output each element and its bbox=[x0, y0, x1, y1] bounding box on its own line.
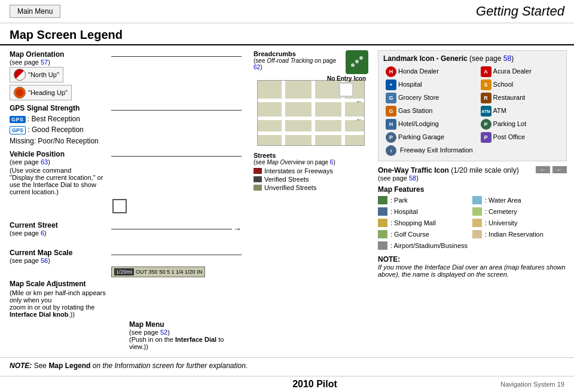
honda-dealer-icon: H bbox=[386, 66, 396, 77]
landmark-header: Landmark Icon - Generic (see page 58) bbox=[383, 54, 561, 63]
unverified-label: Unverified Streets bbox=[264, 184, 316, 191]
feature-hospital: : Hospital bbox=[378, 207, 472, 216]
current-street-sublabel: (see page 6) bbox=[10, 229, 111, 237]
gps-good-label: : Good Reception bbox=[28, 125, 83, 134]
landmark-cell-acura: AAcura Dealer bbox=[478, 65, 561, 78]
verified-label: Verified Streets bbox=[264, 176, 309, 183]
gps-good: GPS : Good Reception bbox=[10, 125, 111, 134]
one-way-label: One-Way Traffic Icon (1/20 mile scale on… bbox=[378, 166, 530, 174]
current-map-scale-page[interactable]: 56 bbox=[41, 257, 48, 264]
landmark-row-2: +Hospital SSchool bbox=[383, 78, 561, 91]
map-menu-label: Map Menu bbox=[129, 320, 164, 329]
grocery-store-icon: G bbox=[386, 93, 396, 103]
gas-station-icon: G bbox=[386, 106, 396, 117]
landmark-cell-post: PPost Office bbox=[478, 131, 561, 144]
map-scale-adj-label: Map Scale Adjustment bbox=[10, 280, 86, 288]
middle-panel: Breadcrumbs (see Off-road Tracking on pa… bbox=[251, 45, 371, 355]
landmark-header-page: (see page 58) bbox=[469, 54, 514, 63]
streets-sublabel: (see Map Overview on page 6) bbox=[254, 159, 368, 166]
landmark-cell-school: SSchool bbox=[478, 78, 561, 91]
one-way-desc: (1/20 mile scale only) bbox=[451, 166, 518, 174]
vehicle-pos-sublabel: (see page 63) bbox=[10, 158, 111, 166]
one-way-page[interactable]: 58 bbox=[409, 174, 416, 182]
acura-dealer-icon: A bbox=[481, 66, 491, 77]
map-menu-page[interactable]: 52 bbox=[160, 329, 167, 336]
left-panel: Map Orientation (see page 57) "North Up"… bbox=[0, 45, 251, 355]
landmark-cell-honda: HHonda Dealer bbox=[383, 65, 478, 78]
map-features-section: Map Features : Park : Water Area : Hospi… bbox=[378, 185, 567, 252]
heading-compass-icon bbox=[14, 87, 26, 99]
breadcrumbs-svg bbox=[348, 53, 366, 71]
feature-cemetery: : Cemetery bbox=[472, 207, 567, 216]
landmark-page-link[interactable]: 58 bbox=[503, 54, 511, 63]
scale-bar: 1/20mi OUT 350 50 5 1 1/4 1/20 IN bbox=[111, 267, 205, 277]
bottom-note-bold: Map Legend bbox=[48, 362, 90, 370]
landmark-row-7: i Freeway Exit Information bbox=[383, 144, 561, 157]
north-up-box: "North Up" bbox=[10, 67, 63, 82]
feature-golf: : Golf Course bbox=[378, 230, 472, 238]
scale-bar-in: IN bbox=[197, 269, 202, 275]
no-entry-label: No Entry Icon bbox=[327, 75, 366, 82]
landmark-cell-atm: ATMATM bbox=[478, 105, 561, 118]
vehicle-pos-page[interactable]: 63 bbox=[41, 158, 48, 166]
vehicle-pos-icon bbox=[112, 199, 127, 213]
feature-university: : University bbox=[472, 219, 567, 227]
park-swatch bbox=[378, 196, 387, 204]
landmark-row-1: HHonda Dealer AAcura Dealer bbox=[383, 65, 561, 78]
hospital-icon: + bbox=[386, 79, 396, 90]
indian-label: : Indian Reservation bbox=[485, 231, 544, 238]
map-menu-desc: (Push in on the Interface Dial to view.)… bbox=[129, 336, 242, 350]
current-street-arrow: → bbox=[233, 224, 242, 234]
scale-bar-mid: 50 5 1 1/4 1/20 bbox=[159, 269, 195, 275]
heading-up-box: "Heading Up" bbox=[10, 85, 72, 100]
landmark-cell-hotel: HHotel/Lodging bbox=[383, 118, 478, 131]
hotel-icon: H bbox=[386, 119, 396, 130]
one-way-arrow-left: ← bbox=[536, 166, 550, 173]
no-entry-icon bbox=[338, 82, 354, 97]
one-way-arrows: ← ← bbox=[536, 166, 567, 173]
scale-bar-value: 1/20mi bbox=[114, 268, 134, 275]
landmark-cell-grocery: GGrocery Store bbox=[383, 91, 478, 105]
bottom-note-text: See bbox=[34, 362, 49, 370]
landmark-row-6: PParking Garage PPost Office bbox=[383, 131, 561, 144]
feature-airport: : Airport/Stadium/Business bbox=[378, 241, 472, 250]
hospital-feature-label: : Hospital bbox=[390, 208, 418, 215]
breadcrumbs-desc: (see Off-road Tracking on page 62) bbox=[254, 57, 342, 71]
streets-list: Interstates or Freeways Verified Streets… bbox=[254, 167, 368, 191]
feature-water: : Water Area bbox=[472, 196, 567, 204]
feature-park: : Park bbox=[378, 196, 472, 204]
map-orientation-page[interactable]: 57 bbox=[41, 59, 48, 66]
atm-icon: ATM bbox=[481, 106, 491, 117]
page-title: Map Screen Legend bbox=[10, 28, 123, 41]
shopping-label: : Shopping Mall bbox=[390, 219, 436, 226]
cemetery-swatch bbox=[472, 207, 482, 216]
freeway-label: Interstates or Freeways bbox=[264, 167, 333, 174]
indian-swatch bbox=[472, 230, 482, 238]
main-menu-button[interactable]: Main Menu bbox=[10, 5, 60, 18]
street-verified: Verified Streets bbox=[254, 176, 368, 183]
map-features-list: : Park : Water Area : Hospital : Cemeter… bbox=[378, 196, 567, 252]
getting-started-title: Getting Started bbox=[476, 4, 564, 19]
post-office-icon: P bbox=[481, 132, 491, 143]
landmark-table: HHonda Dealer AAcura Dealer +Hospital SS… bbox=[383, 65, 561, 157]
vehicle-pos-desc: (Use voice command"Display the current l… bbox=[10, 167, 111, 195]
one-way-arrow-right: ← bbox=[552, 166, 567, 173]
landmark-cell-parking-lot: PParking Lot bbox=[478, 118, 561, 131]
breadcrumbs-section: Breadcrumbs (see Off-road Tracking on pa… bbox=[254, 50, 368, 74]
no-entry-section: No Entry Icon bbox=[327, 75, 366, 99]
current-street-page[interactable]: 6 bbox=[41, 229, 44, 237]
landmark-cell-restaurant: RRestaurant bbox=[478, 91, 561, 105]
map-scale-adj-desc: (Mile or km per half-inch appears only w… bbox=[10, 289, 111, 318]
footer-center: 2010 Pilot bbox=[292, 379, 337, 390]
water-label: : Water Area bbox=[485, 197, 521, 204]
landmark-header-text: Landmark Icon - Generic bbox=[383, 54, 468, 63]
svg-point-2 bbox=[355, 60, 359, 63]
bottom-note-italic: NOTE: bbox=[10, 362, 32, 370]
streets-label: Streets bbox=[254, 152, 368, 159]
restaurant-icon: R bbox=[481, 93, 491, 103]
university-swatch bbox=[472, 219, 482, 227]
airport-swatch bbox=[378, 241, 387, 250]
heading-up-label: "Heading Up" bbox=[28, 89, 68, 96]
gps-poor-label: Missing: Poor/No Reception bbox=[10, 137, 99, 145]
current-map-scale-sublabel: (see page 56) bbox=[10, 257, 111, 264]
